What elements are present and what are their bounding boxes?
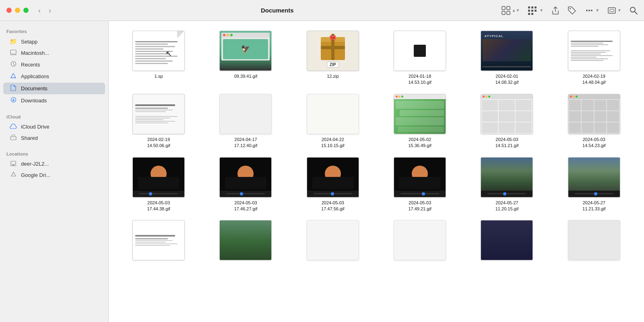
file-thumbnail [568, 31, 620, 71]
file-name: 09.39.41.gif [234, 73, 258, 79]
svg-point-15 [591, 10, 592, 11]
sidebar-item-icloud-drive[interactable]: iCloud Drive [3, 121, 105, 132]
file-item[interactable]: ↖ 1.sp [117, 27, 200, 89]
file-thumbnail [219, 94, 272, 134]
file-item[interactable]: 2024-05-0317.46.27.gif [204, 154, 287, 216]
sidebar-item-label: iCloud Drive [21, 124, 50, 130]
sidebar-item-label: Shared [21, 135, 38, 141]
file-item[interactable] [291, 217, 375, 266]
file-item[interactable]: 2024-05-0215.36.49.gif [378, 91, 462, 152]
sidebar-item-applications[interactable]: Applications [3, 71, 105, 82]
file-thumbnail [394, 94, 446, 134]
file-item[interactable]: 2024-02-1914.48.04.gif [552, 27, 636, 89]
search-button[interactable] [630, 6, 638, 15]
file-thumbnail: ↖ [132, 31, 185, 71]
file-item[interactable]: 2024-05-0317.47.56.gif [291, 154, 375, 216]
file-name: 2024-05-2711.21.33.gif [582, 200, 606, 212]
main-layout: Favorites 📁 Setapp Macintosh... Recents [0, 21, 644, 322]
svg-rect-1 [507, 6, 510, 10]
file-thumbnail [481, 157, 533, 197]
svg-rect-10 [528, 13, 530, 15]
file-item[interactable]: 2024-05-0317.44.38.gif [117, 154, 200, 216]
more-options-button[interactable]: ▼ [584, 6, 599, 15]
sidebar-item-google-drive[interactable]: Google Dri... [3, 170, 105, 181]
document-icon [10, 85, 17, 92]
file-thumbnail [394, 31, 446, 71]
sidebar-item-shared[interactable]: Shared [3, 133, 105, 143]
svg-rect-26 [12, 165, 14, 166]
svg-rect-3 [507, 11, 510, 15]
file-item[interactable]: ATYPICAL 2024-02-0114.08.32.gif [465, 27, 549, 89]
sidebar-item-recents[interactable]: Recents [3, 59, 105, 70]
title-bar: ‹ › Documents ▲▼ ▼ [0, 0, 644, 21]
file-name: 2024-05-0317.44.38.gif [147, 200, 170, 212]
file-name: 1.sp [155, 73, 163, 79]
view-icons-button[interactable]: ▼ [528, 6, 543, 15]
shared-icon [10, 135, 17, 141]
file-name: 2024-05-0317.47.56.gif [321, 200, 345, 212]
file-item[interactable]: 2024-05-0314.51.21.gif [465, 91, 549, 152]
svg-rect-9 [535, 10, 537, 12]
drive-icon [10, 50, 17, 56]
file-item[interactable]: 2024-01-1814.53.10.gif [378, 27, 462, 89]
file-thumbnail [307, 220, 359, 260]
toolbar-right: ▲▼ ▼ [502, 6, 638, 15]
file-name: 2024-02-0114.08.32.gif [495, 73, 519, 86]
file-name: 2024-04-1717.12.40.gif [234, 137, 258, 149]
file-item[interactable] [552, 217, 636, 266]
traffic-lights [6, 8, 29, 13]
file-thumbnail: ATYPICAL [481, 31, 533, 71]
file-name: 2024-05-0314.54.23.gif [582, 137, 606, 149]
file-name: 2024-02-1914.48.04.gif [582, 73, 606, 86]
cloud-icon [10, 123, 17, 130]
file-item[interactable]: 2024-05-2711.21.33.gif [552, 154, 636, 216]
forward-button[interactable]: › [47, 5, 53, 16]
file-item[interactable]: 2024-02-1914.50.06.gif [117, 91, 200, 152]
file-item[interactable]: 🎀 ZIP 12.zip [291, 27, 375, 89]
back-button[interactable]: ‹ [37, 5, 42, 16]
file-item[interactable]: 2024-05-0314.54.23.gif [552, 91, 636, 152]
svg-rect-8 [531, 10, 533, 12]
file-item[interactable] [117, 217, 200, 266]
sidebar-item-deer[interactable]: deer-J2L2... [3, 158, 105, 169]
file-content: ↖ 1.sp [109, 21, 644, 322]
svg-rect-20 [10, 50, 16, 54]
file-item[interactable]: 2024-05-0317.49.21.gif [378, 154, 462, 216]
sidebar-item-label: Setapp [21, 39, 37, 45]
maximize-button[interactable] [23, 8, 29, 13]
file-item[interactable] [378, 217, 462, 266]
file-thumbnail: 🦅 [219, 31, 272, 71]
svg-line-19 [635, 12, 637, 14]
file-thumbnail [568, 157, 620, 197]
svg-rect-25 [11, 161, 16, 164]
window-title: Documents [58, 7, 497, 14]
svg-rect-16 [608, 8, 615, 13]
file-thumbnail [394, 157, 446, 197]
svg-point-18 [630, 7, 635, 12]
file-item[interactable] [204, 217, 287, 266]
file-item[interactable]: 2024-04-2215.10.15.gif [291, 91, 375, 152]
file-item[interactable]: 2024-04-1717.12.40.gif [204, 91, 287, 152]
tag-button[interactable] [568, 6, 576, 15]
sidebar-resizer[interactable] [107, 21, 108, 322]
close-button[interactable] [6, 8, 12, 13]
file-item[interactable] [465, 217, 549, 266]
window-manager-button[interactable]: ▼ [607, 6, 621, 15]
sidebar-item-label: Macintosh... [21, 50, 49, 56]
sidebar-item-macintosh[interactable]: Macintosh... [3, 48, 105, 58]
file-name: 2024-05-0215.36.49.gif [408, 137, 431, 149]
icloud-label: iCloud [0, 111, 108, 121]
share-button[interactable] [551, 6, 559, 15]
file-item[interactable]: 2024-05-2711.20.15.gif [465, 154, 549, 216]
sidebar-item-setapp[interactable]: 📁 Setapp [3, 36, 105, 47]
svg-rect-17 [610, 9, 614, 12]
svg-rect-2 [502, 11, 505, 15]
video-thumb [133, 158, 184, 197]
file-item[interactable]: 🦅 09.39.41.gif [204, 27, 287, 89]
view-grid-button[interactable]: ▲▼ [502, 6, 520, 15]
sidebar-item-downloads[interactable]: Downloads [3, 95, 105, 106]
sidebar-item-documents[interactable]: Documents [3, 83, 105, 94]
file-thumbnail [132, 157, 185, 197]
minimize-button[interactable] [15, 8, 20, 13]
sidebar-item-label: Applications [21, 73, 49, 79]
